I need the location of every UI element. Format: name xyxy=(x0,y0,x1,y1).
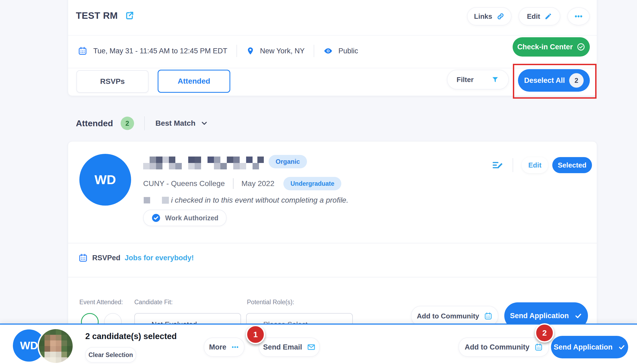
annotation-step-2-badge: 2 xyxy=(535,323,554,343)
check-icon xyxy=(618,343,625,351)
send-email-button[interactable]: Send Email xyxy=(259,337,320,357)
more-options-button[interactable] xyxy=(567,7,590,25)
verified-seal-icon xyxy=(151,213,161,223)
candidate-selected-label: Selected xyxy=(558,161,587,169)
edit-event-button[interactable]: Edit xyxy=(519,7,560,25)
pixelated-photo xyxy=(39,328,73,364)
work-authorized-label: Work Authorized xyxy=(165,214,218,222)
bar-send-application-label: Send Application xyxy=(554,343,613,351)
edit-button-label: Edit xyxy=(527,12,540,21)
event-datetime: Tue, May 31 - 11:45 AM to 12:45 PM EDT xyxy=(93,47,227,55)
card-add-to-community-label: Add to Community xyxy=(417,312,479,320)
divider xyxy=(236,45,237,57)
event-location: New York, NY xyxy=(260,47,305,55)
clear-selection-label: Clear Selection xyxy=(88,351,133,359)
ellipsis-icon xyxy=(574,12,583,21)
envelope-icon xyxy=(307,343,316,351)
work-authorized-badge: Work Authorized xyxy=(143,210,227,226)
candidate-selected-button[interactable]: Selected xyxy=(552,157,592,173)
attended-count-badge: 2 xyxy=(121,117,134,130)
candidate-edit-button[interactable]: Edit xyxy=(522,157,548,173)
calendar-icon xyxy=(78,46,87,56)
link-icon xyxy=(497,12,505,20)
check-in-center-button[interactable]: Check-in Center xyxy=(513,37,590,57)
card-send-application-label: Send Application xyxy=(510,312,569,320)
divider xyxy=(68,277,597,277)
send-email-label: Send Email xyxy=(263,343,302,351)
location-pin-icon xyxy=(246,47,255,55)
tab-attended-label: Attended xyxy=(178,77,210,86)
selected-avatar-photo xyxy=(38,328,74,364)
check-in-center-label: Check-in Center xyxy=(517,43,573,51)
calendar-icon xyxy=(78,253,88,263)
candidate-edit-label: Edit xyxy=(528,161,541,169)
checkin-note: i checked in to this event without compl… xyxy=(171,196,348,205)
divider xyxy=(513,158,513,172)
funnel-icon xyxy=(491,76,499,84)
candidate-school: CUNY - Queens College xyxy=(143,179,225,188)
sort-dropdown-value[interactable]: Best Match xyxy=(155,119,195,128)
tab-attended[interactable]: Attended xyxy=(158,70,230,93)
tab-rsvps-label: RSVPs xyxy=(100,77,125,86)
annotation-rectangle xyxy=(513,64,597,99)
calendar-plus-icon xyxy=(534,343,543,351)
rsvp-event-link[interactable]: Jobs for everybody! xyxy=(125,254,194,262)
filter-button[interactable]: Filter xyxy=(447,70,509,90)
bar-add-to-community-button[interactable]: Add to Community xyxy=(458,337,549,357)
calendar-plus-icon xyxy=(484,312,492,320)
page-title: TEST RM xyxy=(76,10,118,21)
card-add-to-community-button[interactable]: Add to Community xyxy=(411,306,498,326)
chevron-down-icon[interactable] xyxy=(200,119,208,127)
attended-section-title: Attended xyxy=(76,118,113,128)
bar-add-to-community-label: Add to Community xyxy=(465,343,529,351)
external-link-icon[interactable] xyxy=(125,11,134,20)
check-icon xyxy=(574,312,582,320)
redacted-word-blur xyxy=(144,197,150,203)
notes-edit-icon[interactable] xyxy=(492,159,504,171)
divider xyxy=(233,178,234,189)
tab-rsvps[interactable]: RSVPs xyxy=(76,70,149,93)
candidate-grad-date: May 2022 xyxy=(242,179,275,188)
candidate-avatar-initials: WD xyxy=(95,172,116,187)
check-circle-icon xyxy=(577,43,585,51)
eye-icon xyxy=(323,46,333,56)
more-button[interactable]: More xyxy=(204,337,245,357)
links-button-label: Links xyxy=(474,12,492,21)
more-button-label: More xyxy=(209,343,227,351)
event-visibility: Public xyxy=(338,47,358,55)
potential-roles-label: Potential Role(s): xyxy=(247,299,294,306)
selected-count-text: 2 candidate(s) selected xyxy=(85,332,177,341)
links-button[interactable]: Links xyxy=(467,7,512,25)
page: TEST RM Links Edit xyxy=(0,0,637,364)
annotation-step-1-badge: 1 xyxy=(246,325,265,344)
pencil-icon xyxy=(545,13,552,20)
candidate-card: WD Organic xyxy=(68,141,597,334)
level-badge: Undergraduate xyxy=(283,177,341,190)
candidate-avatar[interactable]: WD xyxy=(79,154,131,206)
divider xyxy=(144,116,145,130)
ellipsis-icon xyxy=(231,343,239,351)
candidate-fit-label: Candidate Fit: xyxy=(134,299,173,306)
source-badge: Organic xyxy=(269,155,307,168)
event-attended-label: Event Attended: xyxy=(79,299,123,306)
bar-send-application-button[interactable]: Send Application xyxy=(551,336,628,358)
rsvp-label: RSVPed xyxy=(92,254,120,262)
divider xyxy=(314,45,314,57)
divider xyxy=(68,35,597,36)
filter-button-label: Filter xyxy=(457,76,474,84)
redacted-name-blur xyxy=(143,157,264,170)
divider xyxy=(68,243,597,243)
clear-selection-button[interactable]: Clear Selection xyxy=(85,347,136,363)
redacted-word-blur xyxy=(162,197,169,204)
